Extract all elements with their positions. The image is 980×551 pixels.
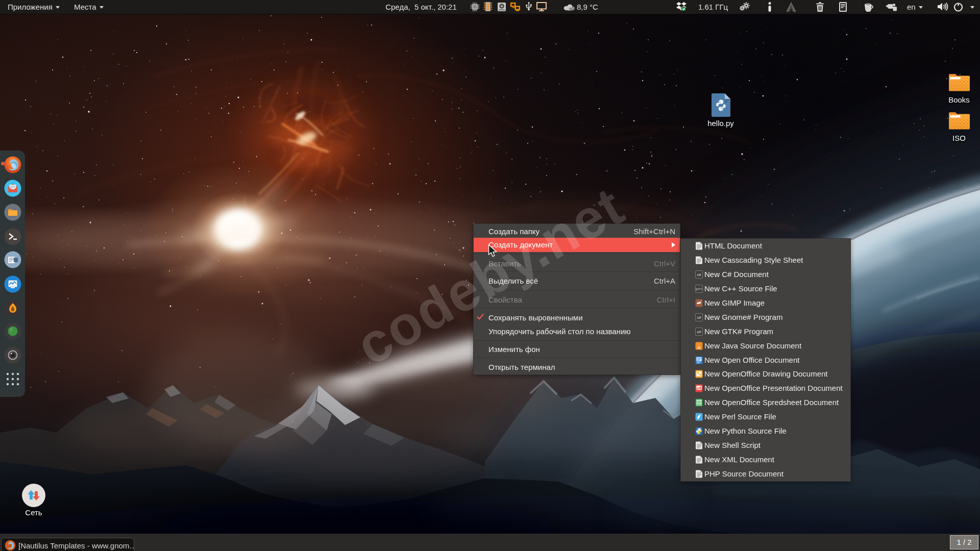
svg-text:c#: c#	[697, 330, 702, 334]
svg-text:c++: c++	[696, 287, 702, 291]
svg-text:c#: c#	[697, 315, 702, 320]
svg-text:c#: c#	[697, 272, 702, 277]
